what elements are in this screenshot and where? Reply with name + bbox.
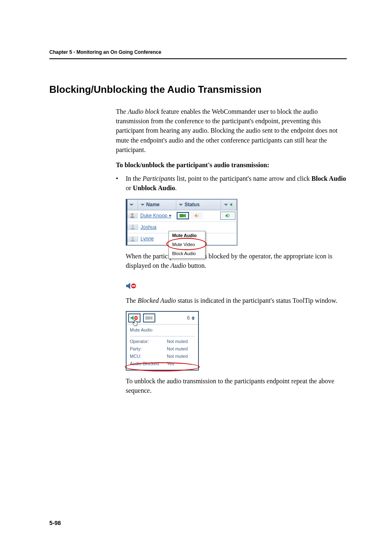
bullet-end: . [175, 184, 177, 191]
svg-rect-7 [135, 318, 137, 318]
feature-name: Audio block [128, 108, 159, 115]
procedure-heading: To block/unblock the participant's audio… [116, 160, 347, 170]
table-row: Duke Knoop ▾ [127, 210, 237, 222]
bullet-text: In the Participants list, point to the p… [126, 174, 347, 193]
header-end-col[interactable] [221, 200, 237, 210]
page-number: 5-98 [49, 520, 61, 526]
caret-down-icon [224, 204, 228, 206]
chevron-up-icon [191, 316, 195, 318]
header-icon-col[interactable] [127, 200, 138, 210]
svg-rect-8 [145, 316, 150, 320]
tooltip-row: MCU: Not muted [127, 353, 198, 360]
participants-figure: Name Status Duke Knoop ▾ [126, 199, 347, 246]
speaker-blocked-icon [126, 282, 136, 290]
tooltip-label: Audio Blocked: [130, 361, 167, 367]
unblock-audio-label: Unblock Audio [133, 184, 175, 191]
intro-paragraph: The Audio block feature enables the WebC… [116, 107, 347, 154]
header-name[interactable]: Name [138, 200, 176, 210]
header-name-label: Name [146, 202, 160, 207]
participant-name-link[interactable]: Lynne [138, 233, 156, 244]
after-table-suffix: button. [186, 262, 206, 269]
camera-icon [180, 214, 186, 218]
participants-list-name: Participants [143, 175, 175, 182]
camera-grey-icon [145, 315, 153, 320]
row-end-cell [220, 212, 235, 220]
person-icon [130, 236, 136, 242]
bullet-marker: • [116, 174, 126, 193]
row-name-cell[interactable]: Duke Knoop ▾ [138, 212, 175, 219]
speaker-icon [230, 203, 234, 207]
menu-mute-audio[interactable]: Mute Audio [169, 231, 205, 240]
header-rule [49, 58, 347, 59]
header-status-label: Status [184, 202, 200, 207]
participant-name-link[interactable]: Joshua [138, 222, 159, 233]
table-header-row: Name Status [127, 200, 237, 210]
after-table-prefix: When the participant's audio is blocked … [126, 253, 332, 269]
participant-name-link[interactable]: Duke Knoop ▾ [138, 210, 173, 221]
chevron-down-icon [191, 318, 195, 320]
row-name-cell[interactable]: Joshua [138, 224, 177, 231]
person-icon [129, 213, 135, 219]
svg-point-2 [131, 225, 134, 227]
table-row: Joshua Mute Audio Mute Video Block Audio [127, 222, 237, 233]
tooltip-divider [130, 336, 195, 336]
blocked-status-paragraph: The Blocked Audio status is indicated in… [126, 296, 347, 305]
block-audio-label: Block Audio [311, 175, 346, 182]
speaker-green-icon [225, 213, 231, 218]
row-icon-cell [127, 236, 138, 242]
tooltip-label: MCU: [130, 353, 167, 360]
tooltip-number-value: 6 [187, 315, 190, 322]
cursor-hand-icon [132, 320, 138, 329]
bullet-mid: list, point to the participant's name ar… [175, 175, 311, 182]
intro-prefix: The [116, 108, 128, 115]
caret-down-icon [141, 204, 145, 206]
speaker-icon [194, 213, 199, 218]
row-status-cell [175, 210, 219, 221]
tooltip-number: 6 [187, 315, 196, 322]
blocked-status-prefix: The [126, 297, 138, 304]
person-icon [130, 224, 136, 230]
context-menu: Mute Audio Mute Video Block Audio [168, 231, 205, 259]
blocked-audio-term: Blocked Audio [138, 297, 176, 304]
svg-rect-5 [132, 286, 135, 287]
row-icon-cell [127, 224, 138, 230]
svg-point-0 [131, 213, 134, 216]
bullet-item: • In the Participants list, point to the… [116, 174, 347, 193]
menu-block-audio[interactable]: Block Audio [169, 249, 205, 258]
bullet-or: or [126, 184, 133, 191]
tooltip-label: Operator: [130, 339, 167, 345]
tooltip-blocked-row: Audio Blocked: Yes [127, 360, 198, 370]
caret-down-icon [129, 204, 134, 206]
unblock-paragraph: To unblock the audio transmission to the… [126, 376, 347, 395]
tooltip-row: Operator: Not muted [127, 338, 198, 345]
svg-rect-1 [180, 214, 184, 217]
tooltip-value: Not muted [167, 346, 188, 352]
tooltip-value: Yes [167, 361, 174, 367]
section-title: Blocking/Unblocking the Audio Transmissi… [49, 84, 347, 95]
stepper-arrows[interactable] [191, 316, 195, 320]
tooltip-value: Not muted [167, 353, 188, 360]
tooltip-figure: 6 Mute Audio Operator: Not muted Party: … [126, 311, 199, 371]
tooltip-label: Party: [130, 346, 167, 352]
tooltip-row: Party: Not muted [127, 345, 198, 353]
tooltip-value: Not muted [167, 339, 188, 345]
svg-point-3 [131, 237, 134, 239]
blocked-status-suffix: status is indicated in the participant's… [176, 297, 337, 304]
audio-status-button[interactable] [191, 212, 203, 219]
participants-table: Name Status Duke Knoop ▾ [126, 199, 238, 246]
chapter-header: Chapter 5 - Monitoring an On Going Confe… [49, 49, 347, 55]
after-table-paragraph: When the participant's audio is blocked … [126, 251, 347, 270]
video-button[interactable] [143, 313, 155, 322]
header-status[interactable]: Status [176, 200, 221, 210]
caret-down-icon [179, 204, 183, 206]
menu-mute-video[interactable]: Mute Video [169, 240, 205, 249]
audio-button-term: Audio [171, 262, 186, 269]
video-status-button[interactable] [177, 212, 189, 219]
blocked-audio-icon [126, 282, 136, 290]
bullet-prefix: In the [126, 175, 143, 182]
row-icon-cell [127, 213, 138, 219]
